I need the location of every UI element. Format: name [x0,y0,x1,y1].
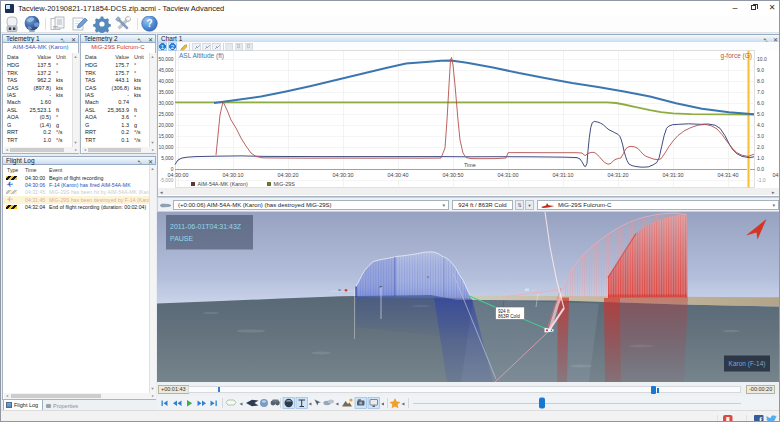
svg-text:4.0: 4.0 [757,122,764,128]
svg-text:30,000: 30,000 [159,101,174,106]
svg-text:-5,000: -5,000 [160,178,174,183]
svg-text:MiG-29S: MiG-29S [274,181,296,187]
svg-text:04:31:30: 04:31:30 [663,172,684,178]
svg-text:863R Cold: 863R Cold [498,314,520,319]
svg-text:15,000: 15,000 [159,134,174,139]
svg-text:04:31:40: 04:31:40 [718,172,739,178]
svg-text:35,000: 35,000 [159,90,174,95]
svg-text:2011-06-01T04:31:43Z: 2011-06-01T04:31:43Z [170,223,242,230]
svg-text:04:30:30: 04:30:30 [333,172,354,178]
svg-text:-1.0: -1.0 [757,177,766,183]
svg-text:3.0: 3.0 [757,133,764,139]
svg-text:1.0: 1.0 [757,155,764,161]
svg-text:?: ? [146,18,152,29]
svg-text:AIM-54A-MK (Karon): AIM-54A-MK (Karon) [198,181,249,187]
svg-text:10.0: 10.0 [757,56,767,62]
svg-text:0.0: 0.0 [757,166,764,172]
svg-text:45,000: 45,000 [159,68,174,73]
svg-text:7.0: 7.0 [757,89,764,95]
svg-text:04:31:00: 04:31:00 [498,172,519,178]
svg-text:04:30:10: 04:30:10 [223,172,244,178]
svg-text:20,000: 20,000 [159,123,174,128]
svg-text:04:31:10: 04:31:10 [553,172,574,178]
svg-text:50,000: 50,000 [159,57,174,62]
svg-text:Karon (F-14): Karon (F-14) [729,360,766,368]
svg-text:04:30:20: 04:30:20 [278,172,299,178]
svg-text:25,000: 25,000 [159,112,174,117]
svg-text:f: f [759,416,762,422]
svg-text:5,000: 5,000 [161,156,174,161]
svg-text:6.0: 6.0 [757,100,764,106]
svg-text:Time: Time [464,162,476,168]
svg-text:g-force (G): g-force (G) [721,52,752,60]
svg-text:9.0: 9.0 [757,67,764,73]
svg-text:04:31:50: 04:31:50 [773,172,779,178]
svg-text:04:30:00: 04:30:00 [168,172,189,178]
svg-text:5.0: 5.0 [757,111,764,117]
svg-text:2.0: 2.0 [757,144,764,150]
svg-text:8.0: 8.0 [757,78,764,84]
svg-text:924 ft: 924 ft [498,309,510,314]
svg-text:ASL Altitude (ft): ASL Altitude (ft) [179,52,224,60]
svg-text:04:30:40: 04:30:40 [388,172,409,178]
svg-text:04:31:20: 04:31:20 [608,172,629,178]
svg-text:40,000: 40,000 [159,79,174,84]
svg-text:PAUSE: PAUSE [170,235,194,242]
svg-text:04:30:50: 04:30:50 [443,172,464,178]
svg-text:10,000: 10,000 [159,145,174,150]
